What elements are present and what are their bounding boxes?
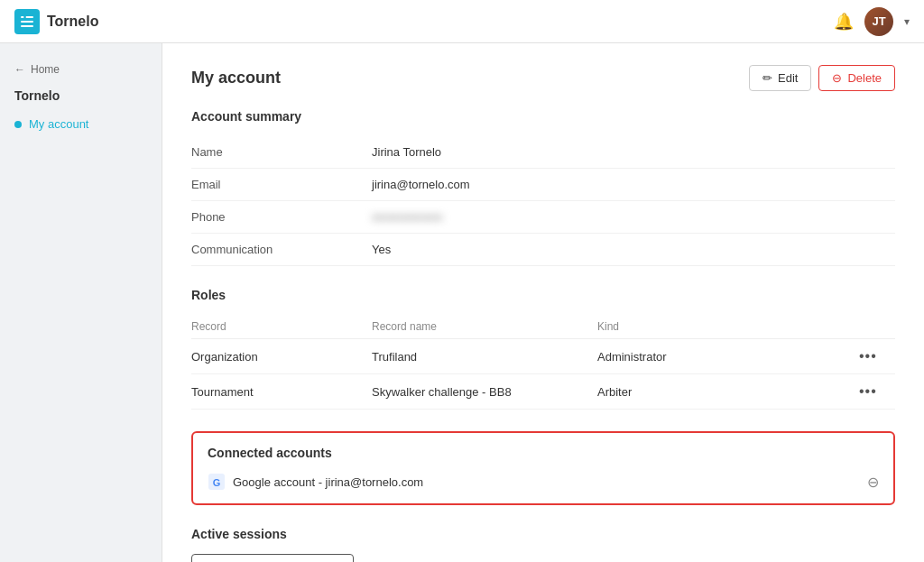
connected-account-left: G Google account - jirina@tornelo.com xyxy=(208,473,423,491)
role-record-name-0: Trufiland xyxy=(372,339,597,374)
svg-rect-0 xyxy=(21,16,33,18)
connected-account-label: Google account - jirina@tornelo.com xyxy=(233,475,423,489)
connected-account-item: G Google account - jirina@tornelo.com ⊖ xyxy=(208,473,879,491)
svg-rect-1 xyxy=(21,21,33,23)
account-summary-grid: Name Jirina Tornelo Email jirina@tornelo… xyxy=(191,136,895,266)
bell-icon: 🔔 xyxy=(834,12,854,32)
field-email-value: jirina@tornelo.com xyxy=(372,169,895,201)
delete-button[interactable]: ⊖ Delete xyxy=(818,65,895,91)
chevron-down-icon[interactable]: ▾ xyxy=(904,15,910,28)
field-name-value: Jirina Tornelo xyxy=(372,136,895,169)
layout: ← Home Tornelo My account My account ✏ E… xyxy=(0,43,924,562)
svg-text:G: G xyxy=(213,477,221,488)
delete-icon: ⊖ xyxy=(832,71,842,85)
logo-icon xyxy=(14,9,40,34)
nav-left: Tornelo xyxy=(14,9,98,34)
page-header: My account ✏ Edit ⊖ Delete xyxy=(191,65,895,91)
field-name-label: Name xyxy=(191,136,372,169)
nav-right: 🔔 JT ▾ xyxy=(834,7,910,36)
home-label: Home xyxy=(31,63,60,76)
top-nav: Tornelo 🔔 JT ▾ xyxy=(0,0,924,43)
sidebar: ← Home Tornelo My account xyxy=(0,43,162,562)
roles-col-record: Record xyxy=(191,315,372,339)
field-email-label: Email xyxy=(191,169,372,201)
roles-col-name: Record name xyxy=(372,315,597,339)
connected-accounts-title: Connected accounts xyxy=(208,446,879,460)
svg-rect-2 xyxy=(21,25,33,27)
role-menu-button-0[interactable]: ••• xyxy=(859,348,877,364)
role-record-1: Tournament xyxy=(191,374,372,410)
field-phone-label: Phone xyxy=(191,201,372,234)
remove-icon: ⊖ xyxy=(867,474,879,490)
home-link[interactable]: ← Home xyxy=(0,58,162,81)
roles-title: Roles xyxy=(191,288,895,302)
role-record-0: Organization xyxy=(191,339,372,374)
header-actions: ✏ Edit ⊖ Delete xyxy=(749,65,895,91)
avatar[interactable]: JT xyxy=(864,7,893,36)
field-phone-value: ●●●●●●●●●● xyxy=(372,201,895,234)
main-content: My account ✏ Edit ⊖ Delete Account summa… xyxy=(162,43,924,562)
role-menu-button-1[interactable]: ••• xyxy=(859,383,877,400)
sign-out-all-sessions-button[interactable]: ⊙ Sign out of all sessions xyxy=(191,554,354,562)
field-communication-value: Yes xyxy=(372,234,895,266)
table-row: Tournament Skywalker challenge - BB8 Arb… xyxy=(191,374,895,410)
account-summary-title: Account summary xyxy=(191,109,895,124)
sidebar-item-my-account[interactable]: My account xyxy=(0,112,162,136)
roles-table: Record Record name Kind Organization Tru… xyxy=(191,315,895,410)
role-action-0: ••• xyxy=(859,339,895,374)
field-communication-label: Communication xyxy=(191,234,372,266)
sidebar-my-account-label: My account xyxy=(29,117,88,131)
delete-label: Delete xyxy=(847,71,882,85)
roles-col-action xyxy=(859,315,895,339)
role-record-name-1: Skywalker challenge - BB8 xyxy=(372,374,597,410)
app-title: Tornelo xyxy=(47,14,98,30)
google-icon: G xyxy=(208,473,226,491)
sidebar-section-title: Tornelo xyxy=(0,85,162,106)
edit-icon: ✏ xyxy=(762,71,772,85)
sessions-title: Active sessions xyxy=(191,527,895,541)
table-row: Organization Trufiland Administrator ••• xyxy=(191,339,895,374)
role-kind-0: Administrator xyxy=(597,339,859,374)
role-kind-1: Arbiter xyxy=(597,374,859,410)
roles-col-kind: Kind xyxy=(597,315,859,339)
sessions-section: Active sessions ⊙ Sign out of all sessio… xyxy=(191,527,895,562)
role-action-1: ••• xyxy=(859,374,895,410)
svg-rect-3 xyxy=(23,16,26,18)
roles-section: Roles Record Record name Kind Organizati… xyxy=(191,288,895,410)
phone-blurred: ●●●●●●●●●● xyxy=(372,210,443,224)
back-icon: ← xyxy=(14,63,25,76)
remove-connected-account-button[interactable]: ⊖ xyxy=(867,474,879,491)
page-title: My account xyxy=(191,69,281,88)
connected-accounts-section: Connected accounts G Google account - ji… xyxy=(191,431,895,505)
notification-bell-button[interactable]: 🔔 xyxy=(834,12,854,32)
active-dot-icon xyxy=(14,121,22,128)
edit-button[interactable]: ✏ Edit xyxy=(749,65,811,91)
edit-label: Edit xyxy=(778,71,798,85)
avatar-image: JT xyxy=(864,7,893,36)
